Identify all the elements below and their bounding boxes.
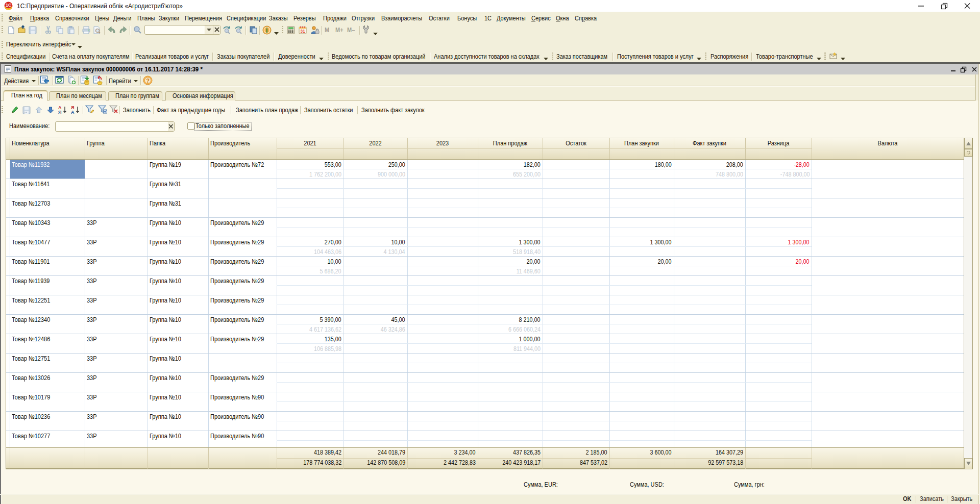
svg-text:?: ? — [146, 78, 150, 84]
svg-text:1С: 1С — [6, 3, 12, 8]
svg-text:ок: ок — [24, 111, 27, 114]
svg-text:Я: Я — [58, 110, 61, 114]
svg-text:А: А — [71, 110, 75, 114]
svg-text:31: 31 — [300, 29, 305, 34]
